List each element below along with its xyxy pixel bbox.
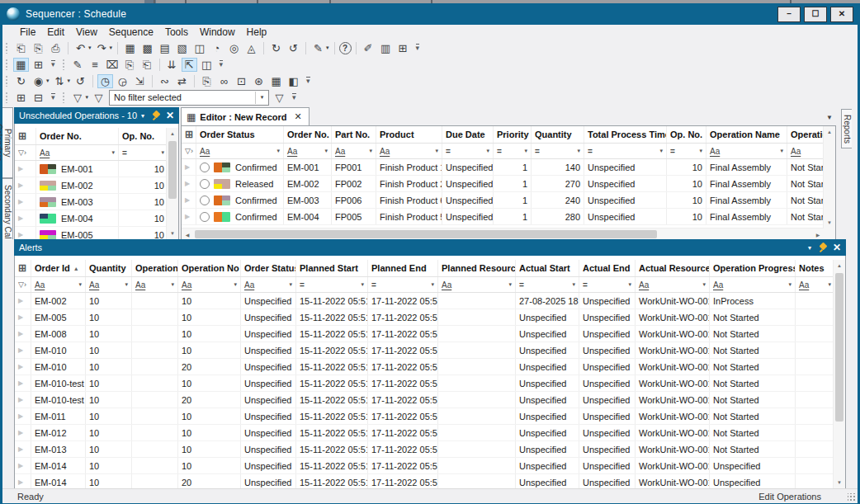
row-expander-cell[interactable]: ▶ — [15, 177, 36, 193]
filter-button[interactable]: ▽ — [70, 91, 86, 105]
filter-operation-progress[interactable]: Aa▾ — [710, 277, 796, 292]
toolbar-drag-handle[interactable] — [5, 59, 9, 70]
product-cell[interactable]: Finish Product 5 — [376, 209, 442, 224]
chevron-down-icon[interactable]: ▾ — [828, 281, 831, 288]
filter-order-no[interactable]: Aa▾ — [36, 145, 119, 160]
operation-name-cell[interactable]: Final Assembly — [706, 159, 787, 175]
row-radio-button[interactable] — [200, 163, 210, 172]
quantity-cell[interactable]: 10 — [86, 458, 132, 473]
order-no-cell[interactable]: EM-005 — [36, 227, 119, 240]
column-header-planned-end[interactable]: Planned End — [368, 260, 438, 276]
expander-icon[interactable]: ▶ — [185, 180, 190, 187]
order-status-cell[interactable]: Unspecified — [241, 474, 296, 489]
chevron-down-icon[interactable]: ▾ — [125, 281, 128, 288]
planned-resource-cell[interactable] — [438, 342, 516, 358]
expander-icon[interactable]: ▶ — [18, 198, 23, 205]
graph-view-button[interactable]: ▧ — [174, 41, 190, 55]
actual-start-cell[interactable]: 27-08-2025 18:19 — [516, 293, 579, 309]
actual-start-cell[interactable]: Unspecified — [516, 375, 579, 391]
expander-icon[interactable]: ▶ — [18, 445, 23, 453]
chevron-down-icon[interactable]: ▾ — [435, 148, 438, 154]
alerts-row[interactable]: ▶EM-0131010Unspecified15-11-2022 05:5117… — [15, 441, 845, 458]
actual-end-cell[interactable]: Unspecified — [579, 309, 636, 325]
swap-operations-button[interactable]: ⇄ — [174, 74, 190, 88]
alerts-row[interactable]: ▶EM-0141010Unspecified15-11-2022 05:5117… — [15, 458, 845, 474]
operation-cell[interactable] — [132, 375, 178, 391]
row-expander-cell[interactable]: ▶ — [15, 408, 31, 424]
toolbar-drag-handle[interactable] — [5, 42, 9, 54]
actual-resource-cell[interactable]: WorkUnit-WO-001 — [636, 441, 710, 457]
actual-start-cell[interactable]: Unspecified — [516, 309, 579, 325]
column-header-operation-progress[interactable]: Operation Progress — [710, 260, 796, 276]
actual-start-cell[interactable]: Unspecified — [516, 392, 579, 407]
operation-progress-cell[interactable]: Not Started — [710, 342, 796, 358]
row-expander-cell[interactable]: ▶ — [15, 425, 31, 440]
actual-end-cell[interactable]: Unspecified — [579, 326, 636, 341]
save-button[interactable]: ⎙ — [48, 41, 64, 55]
field-chooser-cell[interactable]: ⊞ — [15, 128, 36, 144]
planned-end-cell[interactable]: 17-11-2022 05:51 — [368, 425, 438, 440]
actual-end-cell[interactable]: Unspecified — [579, 392, 636, 407]
operation-name-cell[interactable]: Final Assembly — [706, 176, 787, 191]
schedule-time-button[interactable]: ◶ — [115, 74, 130, 88]
planned-start-cell[interactable]: 15-11-2022 05:51 — [296, 408, 368, 424]
alerts-panel-header[interactable]: Alerts ▾ ✕ — [14, 239, 846, 256]
toolbar-overflow-button[interactable]: ▾ — [220, 60, 224, 68]
actual-end-cell[interactable]: Unspecified — [579, 293, 636, 309]
order-id-cell[interactable]: EM-011 — [31, 408, 86, 424]
expander-icon[interactable]: ▶ — [18, 181, 23, 189]
undo-dropdown-icon[interactable]: ▾ — [88, 45, 92, 51]
operation-no-cell[interactable]: 10 — [178, 425, 241, 440]
title-bar[interactable]: Sequencer : Schedule – ☐ ✕ — [0, 3, 860, 25]
expander-icon[interactable]: ▶ — [18, 429, 23, 436]
reschedule-button[interactable]: ↻ — [268, 41, 284, 55]
order-status-cell[interactable]: Unspecified — [241, 425, 296, 440]
total-process-time-cell[interactable]: Unspecified — [584, 209, 667, 224]
planned-resource-cell[interactable] — [438, 309, 516, 325]
alerts-row[interactable]: ▶EM-010-test1020Unspecified15-11-2022 05… — [15, 392, 845, 408]
toolbar-overflow-button[interactable]: ▾ — [416, 44, 420, 52]
filter-order-status[interactable]: Aa▾ — [196, 144, 284, 158]
order-status-cell[interactable]: Confirmed — [196, 159, 284, 175]
row-expander-cell[interactable]: ▶ — [15, 194, 36, 210]
quantity-cell[interactable]: 10 — [86, 392, 132, 407]
actual-resource-cell[interactable]: WorkUnit-WO-001 — [636, 359, 710, 374]
chevron-down-icon[interactable]: ▾ — [628, 281, 631, 288]
order-id-cell[interactable]: EM-010 — [31, 359, 86, 374]
actual-end-cell[interactable]: Unspecified — [579, 408, 636, 424]
operation-cell[interactable] — [132, 474, 178, 489]
expander-icon[interactable]: ▶ — [18, 412, 23, 420]
alerts-row[interactable]: ▶EM-0121010Unspecified15-11-2022 05:5117… — [15, 425, 845, 441]
scroll-down-icon[interactable]: ▼ — [834, 477, 845, 488]
operation-cell[interactable] — [132, 342, 178, 358]
notes-cell[interactable] — [796, 408, 835, 424]
order-no-cell[interactable]: EM-003 — [36, 194, 119, 210]
scroll-thumb[interactable] — [195, 230, 657, 238]
row-expander-cell[interactable]: ▶ — [182, 209, 196, 224]
chevron-down-icon[interactable]: ▾ — [369, 148, 372, 154]
table-settings-button[interactable]: ▦ — [268, 74, 284, 88]
row-expander-cell[interactable]: ▶ — [15, 227, 36, 240]
actual-start-cell[interactable]: Unspecified — [516, 408, 579, 424]
planned-start-cell[interactable]: 15-11-2022 05:51 — [296, 441, 368, 457]
planned-end-cell[interactable]: 17-11-2022 05:51 — [368, 458, 438, 473]
operation-progress-cell[interactable]: Not Started — [710, 408, 796, 424]
order-id-cell[interactable]: EM-005 — [31, 309, 86, 325]
operation-no-cell[interactable]: 10 — [178, 293, 241, 309]
alerts-row[interactable]: ▶EM-0021010Unspecified15-11-2022 05:5117… — [15, 293, 845, 309]
order-no-cell[interactable]: EM-004 — [36, 210, 119, 226]
operation-progress-cell[interactable]: Unspecified — [710, 474, 796, 489]
due-date-cell[interactable]: Unspecified — [442, 159, 494, 175]
quantity-cell[interactable]: 10 — [86, 309, 132, 325]
quantity-cell[interactable]: 140 — [532, 159, 584, 175]
order-id-cell[interactable]: EM-010 — [31, 342, 86, 358]
actual-end-cell[interactable]: Unspecified — [579, 458, 636, 473]
alerts-row[interactable]: ▶EM-0141020Unspecified15-11-2022 05:5117… — [15, 474, 845, 489]
link-operations-button[interactable]: ∾ — [157, 74, 172, 88]
total-process-time-cell[interactable]: Unspecified — [584, 176, 667, 191]
filter-funnel-icon[interactable]: ▽› — [185, 147, 193, 155]
scroll-up-icon[interactable]: ▲ — [834, 260, 845, 271]
column-header-order-no-[interactable]: Order No. — [284, 126, 332, 143]
toolbar-overflow-button[interactable]: ▾ — [51, 60, 55, 68]
column-header-quantity[interactable]: Quantity — [86, 260, 132, 276]
